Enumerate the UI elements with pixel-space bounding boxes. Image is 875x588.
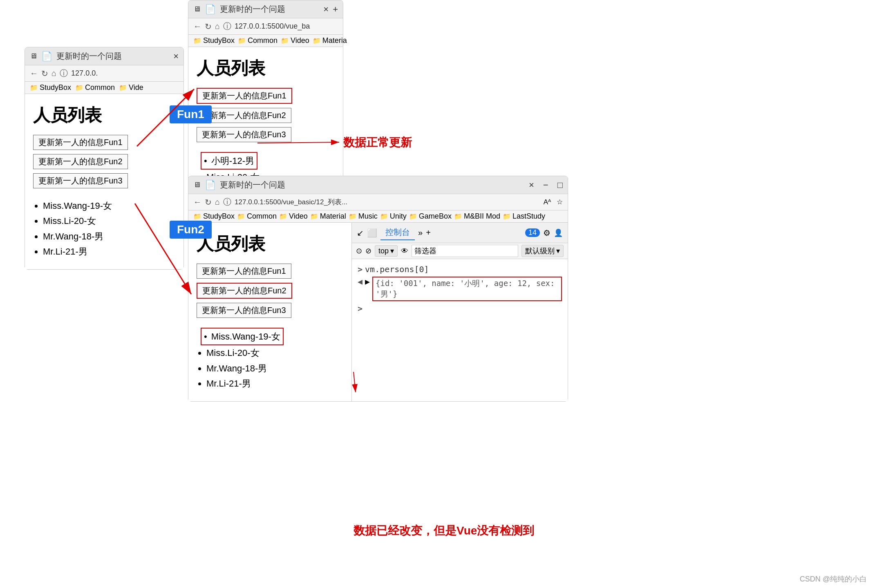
console-arrow-icon: ◀ [358,277,363,286]
browser-bottom-main: 人员列表 更新第一人的信息Fun1 更新第一人的信息Fun2 更新第一人的信息F… [188,223,568,401]
home-btn-left[interactable]: ⌂ [51,69,56,78]
browser-top-titlebar: 🖥 📄 更新时的一个问题 × + [188,0,343,18]
folder-icon: 📁 [349,212,357,220]
btn-fun3-bottom[interactable]: 更新第一人的信息Fun3 [197,303,291,318]
btn-fun3-left[interactable]: 更新第一人的信息Fun3 [33,173,128,188]
folder-icon: 📁 [237,212,245,220]
btn-fun1-top[interactable]: 更新第一人的信息Fun1 [197,88,292,104]
bookmark-music-bottom[interactable]: 📁 Music [349,212,378,221]
browser-bottom: 🖥 📄 更新时的一个问题 × − □ ← ↻ ⌂ ⓘ 127.0.0.1:550… [188,176,568,402]
devtools-inspect-icon[interactable]: ↙ [357,228,364,238]
home-btn-top[interactable]: ⌂ [215,22,220,31]
bookmark-studybox-left[interactable]: 📁 StudyBox [30,83,71,92]
info-btn-left: ⓘ [60,68,68,79]
refresh-btn-left[interactable]: ↻ [41,69,48,78]
console-filter[interactable]: 筛选器 [412,245,518,257]
back-btn-left[interactable]: ← [30,69,38,78]
devtools-person-icon[interactable]: 👤 [554,228,563,237]
bookmark-unity-bottom[interactable]: 📁 Unity [380,212,407,221]
win-min-btn[interactable]: − [543,180,548,190]
refresh-btn-bottom[interactable]: ↻ [205,197,212,207]
list-item: Mr.Wang-18-男 [206,361,343,376]
console-line-3: > [358,302,562,315]
browser-left-title: 更新时的一个问题 [56,51,122,62]
bookmark-common-left[interactable]: 📁 Common [75,83,115,92]
devtools-gear-icon[interactable]: ⚙ [543,228,551,238]
list-item: Miss.Li-20-女 [43,213,175,228]
tab-close-btn-bottom[interactable]: × [529,180,534,190]
folder-icon: 📁 [30,84,38,92]
page-title-bottom: 人员列表 [197,233,343,255]
back-btn-bottom[interactable]: ← [193,197,201,207]
data-changed-label: 数据已经改变，但是Vue没有检测到 [354,523,534,539]
back-btn-top[interactable]: ← [193,22,201,31]
list-item: Mr.Li-21-男 [43,244,175,259]
bookmark-video-left[interactable]: 📁 Vide [119,83,143,92]
top-label: top [378,247,389,255]
devtools-tab-console[interactable]: 控制台 [380,225,415,240]
page-title-left: 人员列表 [33,104,175,127]
console-obj-highlighted: {id: '001', name: '小明', age: 12, sex: '男… [372,277,562,301]
console-eye-icon[interactable]: 👁 [401,247,408,255]
btn-fun1-bottom[interactable]: 更新第一人的信息Fun1 [197,264,291,279]
bookmark-common-top[interactable]: 📁 Common [238,36,277,45]
url-bottom: 127.0.0.1:5500/vue_basic/12_列表... [235,197,538,207]
browser-bottom-navbar: ← ↻ ⌂ ⓘ 127.0.0.1:5500/vue_basic/12_列表..… [188,194,568,210]
browser-top-title: 更新时的一个问题 [220,4,285,15]
bookmark-laststudy-bottom[interactable]: 📁 LastStudy [503,212,545,221]
bookmark-common-bottom[interactable]: 📁 Common [237,212,277,221]
bookmark-video-bottom[interactable]: 📁 Video [279,212,308,221]
tab-close-btn-top[interactable]: × [323,4,329,15]
expand-icon[interactable]: ▶ [365,277,370,286]
console-top-dropdown[interactable]: top ▾ [375,245,398,257]
bookmarks-bottom: 📁 StudyBox 📁 Common 📁 Video 📁 Material 📁… [188,210,568,223]
new-tab-btn-top[interactable]: + [333,4,338,15]
browser-left-navbar: ← ↻ ⌂ ⓘ 127.0.0. [25,65,184,82]
win-max-btn[interactable]: □ [557,180,563,190]
browser-bottom-titlebar: 🖥 📄 更新时的一个问题 × − □ [188,176,568,194]
bookmark-studybox-top[interactable]: 📁 StudyBox [193,36,235,45]
bookmark-gamebox-bottom[interactable]: 📁 GameBox [409,212,452,221]
tab-icon-top: 🖥 [193,5,201,13]
bookmark-studybox-bottom[interactable]: 📁 StudyBox [193,212,235,221]
folder-icon: 📁 [503,212,511,220]
bookmark-label: Common [247,212,277,221]
tab-close-btn-left[interactable]: × [173,51,179,62]
devtools-add-tab[interactable]: + [426,228,431,237]
console-line-1: > vm.persons[0] [358,263,562,275]
person-list-bottom: • Miss.Wang-19-女 Miss.Li-20-女 Mr.Wang-18… [197,328,343,391]
bookmark-label: Common [85,83,115,92]
bookmark-material-bottom[interactable]: 📁 Material [310,212,346,221]
btn-fun3-top[interactable]: 更新第一人的信息Fun3 [197,127,291,142]
console-level-dropdown[interactable]: 默认级别 ▾ [521,245,564,257]
page-title-top: 人员列表 [197,57,335,80]
browser-left-content: 人员列表 更新第一人的信息Fun1 更新第一人的信息Fun2 更新第一人的信息F… [25,94,184,269]
devtools-responsive-icon[interactable]: ⬜ [367,228,377,238]
person-list-left: Miss.Wang-19-女 Miss.Li-20-女 Mr.Wang-18-男… [33,198,175,259]
list-item: Miss.Wang-19-女 [43,198,175,213]
read-mode-btn[interactable]: Aᴬ [544,198,551,206]
list-item: Miss.Li-20-女 [206,345,343,360]
home-btn-bottom[interactable]: ⌂ [215,197,220,207]
console-icon1[interactable]: ⊙ [356,246,362,255]
bookmark-label: LastStudy [512,212,545,221]
bookmark-label: Unity [390,212,407,221]
console-icon2[interactable]: ⊘ [365,246,371,255]
btn-fun1-left[interactable]: 更新第一人的信息Fun1 [33,135,128,150]
bookmark-video-top[interactable]: 📁 Video [281,36,309,45]
folder-icon: 📁 [380,212,388,220]
info-btn-bottom: ⓘ [223,197,231,208]
bookmark-material-top[interactable]: 📁 Materia [313,36,347,45]
level-label: 默认级别 [525,246,555,256]
chevron-down-icon: ▾ [390,246,394,255]
btn-fun2-left[interactable]: 更新第一人的信息Fun2 [33,154,128,169]
page-icon-left: 📄 [41,51,52,62]
bookmark-mbiim-bottom[interactable]: 📁 M&BII Mod [454,212,500,221]
star-btn[interactable]: ☆ [557,198,563,206]
btn-fun2-bottom[interactable]: 更新第一人的信息Fun2 [197,283,292,299]
info-btn-top: ⓘ [223,21,231,32]
devtools-panel: ↙ ⬜ 控制台 » + 14 ⚙ 👤 ⊙ ⊘ top ▾ 👁 筛选器 默认级别 [352,223,568,401]
refresh-btn-top[interactable]: ↻ [205,22,212,31]
devtools-more-tabs[interactable]: » [418,228,423,237]
fun2-label: Fun2 [170,221,212,239]
